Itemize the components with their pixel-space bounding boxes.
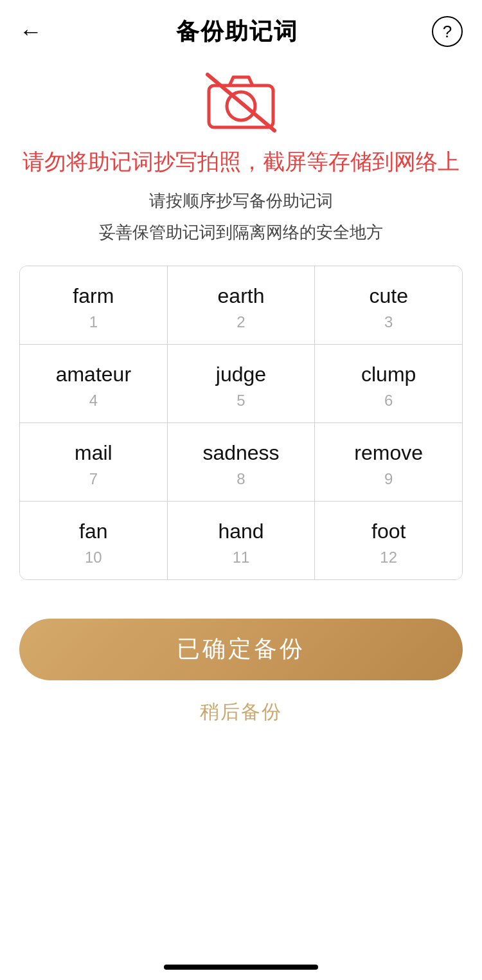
confirm-backup-button[interactable]: 已确定备份 [19,619,463,680]
word-6: clump [361,363,416,386]
word-1: farm [73,284,114,308]
num-12: 12 [380,549,397,567]
button-area: 已确定备份 稍后备份 [0,580,482,751]
grid-row: mail 7 sadness 8 remove 9 [20,423,462,502]
page-title: 备份助记词 [176,16,298,48]
grid-cell-5: judge 5 [168,345,316,422]
num-3: 3 [384,313,393,331]
word-3: cute [369,284,407,308]
grid-cell-4: amateur 4 [20,345,168,422]
home-indicator [164,965,318,970]
warning-sub1: 请按顺序抄写备份助记词 [0,188,482,215]
grid-row: amateur 4 judge 5 clump 6 [20,345,462,423]
num-1: 1 [89,313,98,331]
later-backup-button[interactable]: 稍后备份 [19,687,463,738]
grid-cell-2: earth 2 [168,266,316,344]
grid-cell-6: clump 6 [315,345,462,422]
warning-main: 请勿将助记词抄写拍照，截屏等存储到网络上 [0,147,482,177]
grid-cell-11: hand 11 [168,502,316,579]
word-4: amateur [56,363,131,386]
word-7: mail [75,441,112,465]
word-2: earth [218,284,265,308]
grid-cell-1: farm 1 [20,266,168,344]
help-icon: ? [443,22,452,42]
num-6: 6 [384,392,393,410]
num-9: 9 [384,470,393,488]
grid-row: farm 1 earth 2 cute 3 [20,266,462,345]
word-8: sadness [202,441,279,465]
num-11: 11 [233,549,250,567]
mnemonic-grid: farm 1 earth 2 cute 3 amateur 4 judge 5 … [19,266,463,580]
header: ← 备份助记词 ? [0,0,482,57]
no-photo-icon [202,69,280,134]
num-2: 2 [237,313,245,331]
help-button[interactable]: ? [432,16,463,47]
word-10: fan [79,520,107,543]
num-7: 7 [89,470,98,488]
back-button[interactable]: ← [19,20,42,43]
num-5: 5 [237,392,245,410]
word-11: hand [218,520,263,543]
grid-cell-3: cute 3 [315,266,462,344]
word-5: judge [216,363,266,386]
word-12: foot [371,520,406,543]
grid-cell-10: fan 10 [20,502,168,579]
grid-cell-12: foot 12 [315,502,462,579]
icon-area [0,69,482,134]
grid-cell-9: remove 9 [315,423,462,501]
num-10: 10 [85,549,102,567]
grid-row: fan 10 hand 11 foot 12 [20,502,462,579]
grid-cell-8: sadness 8 [168,423,316,501]
num-8: 8 [237,470,245,488]
word-9: remove [354,441,423,465]
num-4: 4 [89,392,98,410]
warning-sub2: 妥善保管助记词到隔离网络的安全地方 [0,219,482,246]
grid-cell-7: mail 7 [20,423,168,501]
svg-line-2 [208,75,274,131]
